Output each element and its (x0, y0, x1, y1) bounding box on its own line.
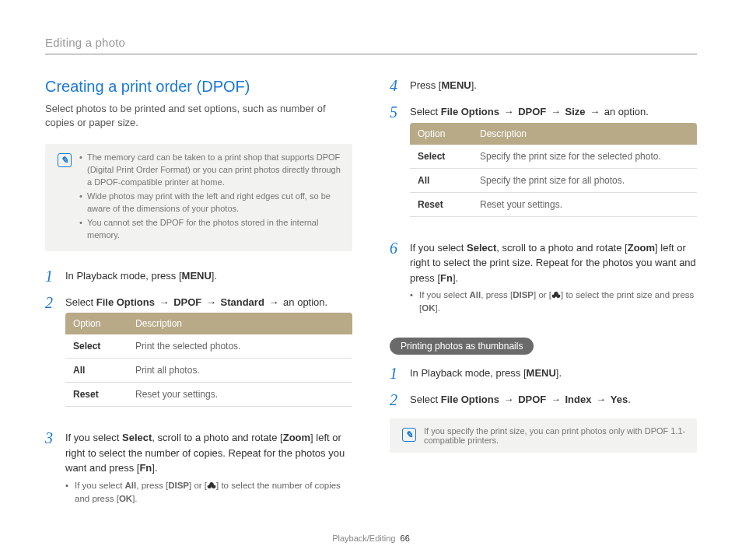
table-row: AllPrint all photos. (65, 359, 352, 383)
step-number: 2 (390, 392, 402, 408)
sub-bullet: If you select All, press [DISP] or [] to… (65, 479, 352, 506)
step-5: 5 Select File Options → DPOF → Size → an… (390, 104, 697, 229)
step-1: 1 In Playback mode, press [MENU]. (45, 268, 352, 284)
page-footer: Playback/Editing 66 (0, 534, 742, 543)
step-4: 4 Press [MENU]. (390, 78, 697, 93)
note-item: You cannot set the DPOF for the photos s… (79, 217, 341, 242)
left-column: Creating a print order (DPOF) Select pho… (45, 78, 352, 516)
macro-icon (551, 291, 561, 299)
table-row: ResetReset your settings. (410, 192, 697, 216)
thumb-step-1: 1 In Playback mode, press [MENU]. (390, 366, 697, 381)
note-item: Wide photos may print with the left and … (79, 191, 341, 215)
macro-icon (207, 481, 216, 490)
right-column: 4 Press [MENU]. 5 Select File Options → … (390, 78, 697, 516)
step-number: 3 (45, 430, 58, 506)
note-icon: ✎ (58, 153, 72, 167)
note-text: If you specify the print size, you can p… (424, 426, 686, 445)
step-6: 6 If you select Select, scroll to a phot… (390, 240, 697, 316)
subsection-pill: Printing photos as thumbnails (390, 338, 534, 355)
step-number: 2 (45, 295, 58, 420)
thumb-step-2: 2 Select File Options → DPOF → Index → Y… (390, 392, 697, 408)
step-number: 1 (390, 366, 402, 381)
footer-section: Playback/Editing (332, 534, 395, 543)
page-number: 66 (401, 534, 410, 543)
table-row: SelectSpecify the print size for the sel… (410, 145, 697, 169)
info-note: ✎ The memory card can be taken to a prin… (45, 144, 352, 251)
note-item: The memory card can be taken to a print … (79, 152, 341, 189)
step-3: 3 If you select Select, scroll to a phot… (45, 430, 352, 506)
table-row: AllSpecify the print size for all photos… (410, 168, 697, 192)
note-icon: ✎ (402, 428, 416, 442)
page-header: Editing a photo (45, 36, 697, 54)
section-intro: Select photos to be printed and set opti… (45, 102, 352, 130)
options-table-size: OptionDescription SelectSpecify the prin… (410, 123, 697, 217)
step-number: 1 (45, 268, 58, 284)
step-2: 2 Select File Options → DPOF → Standard … (45, 295, 352, 420)
table-row: ResetReset your settings. (65, 383, 352, 407)
info-note-2: ✎ If you specify the print size, you can… (390, 418, 697, 453)
sub-bullet: If you select All, press [DISP] or [] to… (410, 289, 697, 316)
menu-key: MENU (182, 270, 212, 282)
options-table-standard: OptionDescription SelectPrint the select… (65, 313, 352, 407)
step-number: 6 (390, 240, 402, 316)
table-row: SelectPrint the selected photos. (65, 334, 352, 359)
section-title: Creating a print order (DPOF) (45, 78, 352, 96)
step-number: 4 (390, 78, 402, 93)
step-number: 5 (390, 104, 402, 229)
